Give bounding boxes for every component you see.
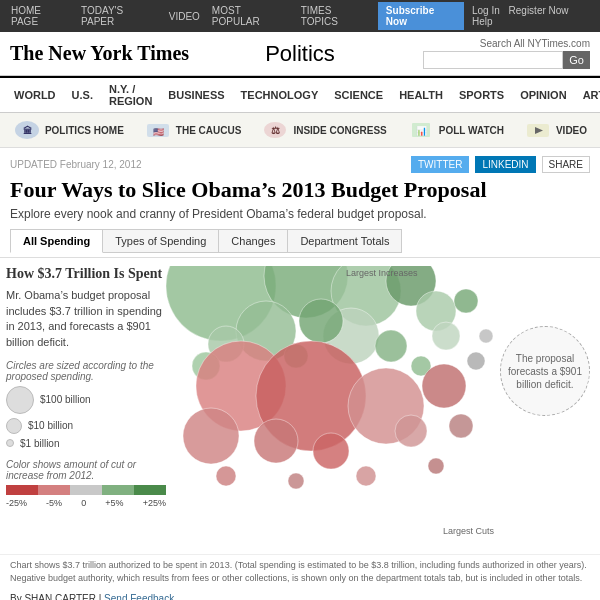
deficit-circle: The proposal forecasts a $901 billion de…: [500, 326, 590, 416]
subnav-inside-congress-label: Inside Congress: [293, 125, 386, 136]
login-link[interactable]: Log In: [472, 5, 500, 16]
tab-department-totals[interactable]: Department Totals: [288, 229, 402, 253]
top-nav-right: Log In Register Now Help: [466, 5, 594, 27]
subnav-poll-watch[interactable]: 📊 Poll Watch: [407, 119, 504, 141]
deficit-text: The proposal forecasts a $901 billion de…: [501, 352, 589, 391]
svg-text:🏛: 🏛: [22, 125, 31, 136]
nav-technology[interactable]: Technology: [233, 84, 327, 106]
header: The New York Times Politics Search All N…: [0, 32, 600, 76]
color-legend-title: Color shows amount of cut or increase fr…: [6, 459, 166, 481]
politics-subnav: 🏛 Politics Home 🇺🇸 The Caucus ⚖ Inside C…: [0, 113, 600, 148]
share-button[interactable]: SHARE: [542, 156, 590, 173]
poll-watch-icon: 📊: [407, 119, 435, 141]
color-label-pos25: +25%: [143, 498, 166, 508]
updated-date: UPDATED February 12, 2012: [10, 159, 142, 170]
circle-100b-label: $100 billion: [40, 394, 91, 405]
tab-bar: All Spending Types of Spending Changes D…: [10, 229, 590, 253]
inside-congress-icon: ⚖: [261, 119, 289, 141]
feedback-link[interactable]: Send Feedback: [104, 593, 174, 600]
subnav-video[interactable]: Video: [524, 119, 587, 141]
byline-text: By SHAN CARTER: [10, 593, 96, 600]
social-icons: TWITTER LINKEDIN SHARE: [411, 156, 590, 173]
circle-legend-10b: $10 billion: [6, 418, 166, 434]
nyt-logo: The New York Times: [10, 42, 203, 65]
footer-note: Chart shows $3.7 trillion authorized to …: [0, 554, 600, 588]
nav-opinion[interactable]: Opinion: [512, 84, 574, 106]
nav-video[interactable]: Video: [164, 9, 205, 24]
nav-world[interactable]: World: [6, 84, 64, 106]
color-bar: [6, 485, 166, 495]
nav-times-topics[interactable]: Times Topics: [296, 3, 374, 29]
subscribe-button[interactable]: Subscribe Now: [378, 2, 464, 30]
tab-types-of-spending[interactable]: Types of Spending: [103, 229, 219, 253]
subnav-caucus[interactable]: 🇺🇸 The Caucus: [144, 119, 242, 141]
color-seg-zero: [70, 485, 102, 495]
color-label-pos5: +5%: [105, 498, 123, 508]
updated-line: UPDATED February 12, 2012 TWITTER LINKED…: [10, 156, 590, 173]
circle-legend-1b: $1 billion: [6, 438, 166, 449]
circle-100b-swatch: [6, 386, 34, 414]
article-header: UPDATED February 12, 2012 TWITTER LINKED…: [0, 148, 600, 258]
section-title: Politics: [203, 41, 396, 67]
top-navigation: Home Page Today's Paper Video Most Popul…: [0, 0, 600, 32]
svg-text:📊: 📊: [415, 125, 427, 137]
twitter-button[interactable]: TWITTER: [411, 156, 469, 173]
nav-ny-region[interactable]: N.Y. / Region: [101, 78, 160, 112]
left-panel: How $3.7 Trillion Is Spent Mr. Obama’s b…: [6, 266, 166, 546]
help-link[interactable]: Help: [472, 16, 493, 27]
circle-10b-label: $10 billion: [28, 420, 73, 431]
svg-text:⚖: ⚖: [271, 125, 280, 136]
color-label-neg25: -25%: [6, 498, 27, 508]
circle-10b-swatch: [6, 418, 22, 434]
article-title: Four Ways to Slice Obama’s 2013 Budget P…: [10, 177, 590, 203]
nav-home[interactable]: Home Page: [6, 3, 74, 29]
circle-legend-100b: $100 billion: [6, 386, 166, 414]
subnav-video-label: Video: [556, 125, 587, 136]
left-panel-title: How $3.7 Trillion Is Spent: [6, 266, 166, 282]
search-go-button[interactable]: Go: [563, 51, 590, 69]
search-input[interactable]: [423, 51, 563, 69]
color-label-zero: 0: [81, 498, 86, 508]
politics-home-icon: 🏛: [13, 119, 41, 141]
nav-arts[interactable]: Arts: [575, 84, 600, 106]
tab-all-spending[interactable]: All Spending: [10, 229, 103, 253]
article-subtitle: Explore every nook and cranny of Preside…: [10, 207, 590, 221]
byline: By SHAN CARTER | Send Feedback Office of…: [0, 589, 600, 600]
left-panel-description: Mr. Obama’s budget proposal includes $3.…: [6, 288, 166, 350]
video-icon: [524, 119, 552, 141]
nav-sports[interactable]: Sports: [451, 84, 512, 106]
visualization-area: Largest Increases The proposal forecasts…: [166, 266, 594, 546]
circle-1b-swatch: [6, 439, 14, 447]
subnav-inside-congress[interactable]: ⚖ Inside Congress: [261, 119, 386, 141]
caucus-icon: 🇺🇸: [144, 119, 172, 141]
footer-note-text: Chart shows $3.7 trillion authorized to …: [10, 560, 587, 583]
nav-business[interactable]: Business: [160, 84, 232, 106]
color-labels: -25% -5% 0 +5% +25%: [6, 498, 166, 508]
circle-1b-label: $1 billion: [20, 438, 59, 449]
search-area: Search All NYTimes.com Go: [397, 38, 590, 69]
subnav-poll-watch-label: Poll Watch: [439, 125, 504, 136]
color-seg-pos5: [102, 485, 134, 495]
subnav-politics-home-label: Politics Home: [45, 125, 124, 136]
register-link[interactable]: Register Now: [509, 5, 569, 16]
color-seg-neg25: [6, 485, 38, 495]
nav-health[interactable]: Health: [391, 84, 451, 106]
main-content: How $3.7 Trillion Is Spent Mr. Obama’s b…: [0, 258, 600, 554]
section-navigation: World U.S. N.Y. / Region Business Techno…: [0, 76, 600, 113]
circle-legend-title: Circles are sized according to the propo…: [6, 360, 166, 382]
bubble-chart-canvas: [166, 266, 556, 536]
nav-most-popular[interactable]: Most Popular: [207, 3, 294, 29]
color-label-neg5: -5%: [46, 498, 62, 508]
circle-legend: $100 billion $10 billion $1 billion: [6, 386, 166, 449]
svg-text:🇺🇸: 🇺🇸: [152, 126, 164, 138]
linkedin-button[interactable]: LINKEDIN: [475, 156, 535, 173]
color-seg-pos25: [134, 485, 166, 495]
color-seg-neg5: [38, 485, 70, 495]
tab-changes[interactable]: Changes: [219, 229, 288, 253]
subnav-caucus-label: The Caucus: [176, 125, 242, 136]
search-label: Search All NYTimes.com: [480, 38, 590, 49]
nav-us[interactable]: U.S.: [64, 84, 101, 106]
nav-science[interactable]: Science: [326, 84, 391, 106]
subnav-politics-home[interactable]: 🏛 Politics Home: [13, 119, 124, 141]
nav-todays-paper[interactable]: Today's Paper: [76, 3, 162, 29]
